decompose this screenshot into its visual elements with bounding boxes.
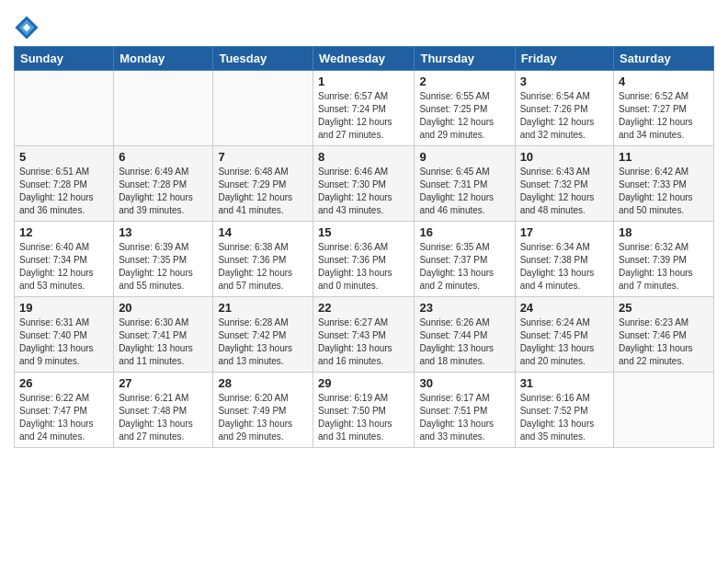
day-number: 5 [19,150,108,164]
day-info: Sunrise: 6:36 AM Sunset: 7:36 PM Dayligh… [318,241,409,293]
day-number: 19 [19,301,108,315]
calendar-week-row: 26Sunrise: 6:22 AM Sunset: 7:47 PM Dayli… [15,373,714,448]
day-info: Sunrise: 6:28 AM Sunset: 7:42 PM Dayligh… [218,316,308,368]
calendar-header-row: SundayMondayTuesdayWednesdayThursdayFrid… [15,47,714,71]
calendar-cell: 27Sunrise: 6:21 AM Sunset: 7:48 PM Dayli… [114,373,213,448]
calendar-cell [15,71,114,146]
day-number: 1 [318,75,409,88]
calendar-cell: 7Sunrise: 6:48 AM Sunset: 7:29 PM Daylig… [213,146,313,222]
day-number: 18 [619,225,709,239]
day-number: 31 [520,376,609,390]
calendar-cell: 14Sunrise: 6:38 AM Sunset: 7:36 PM Dayli… [213,222,313,297]
calendar-cell: 19Sunrise: 6:31 AM Sunset: 7:40 PM Dayli… [15,297,114,373]
calendar-week-row: 1Sunrise: 6:57 AM Sunset: 7:24 PM Daylig… [15,71,714,146]
page-header [14,9,714,40]
calendar-cell: 9Sunrise: 6:45 AM Sunset: 7:31 PM Daylig… [415,146,515,222]
calendar-cell: 4Sunrise: 6:52 AM Sunset: 7:27 PM Daylig… [614,71,714,146]
day-number: 7 [218,150,308,164]
day-info: Sunrise: 6:38 AM Sunset: 7:36 PM Dayligh… [218,241,308,293]
calendar-cell: 15Sunrise: 6:36 AM Sunset: 7:36 PM Dayli… [313,222,415,297]
calendar-cell: 3Sunrise: 6:54 AM Sunset: 7:26 PM Daylig… [515,71,613,146]
day-info: Sunrise: 6:48 AM Sunset: 7:29 PM Dayligh… [218,166,308,217]
day-info: Sunrise: 6:51 AM Sunset: 7:28 PM Dayligh… [19,166,108,217]
calendar-cell: 20Sunrise: 6:30 AM Sunset: 7:41 PM Dayli… [114,297,213,373]
day-info: Sunrise: 6:19 AM Sunset: 7:50 PM Dayligh… [318,392,409,443]
day-number: 24 [520,301,609,315]
calendar-cell: 18Sunrise: 6:32 AM Sunset: 7:39 PM Dayli… [614,222,714,297]
calendar-cell: 28Sunrise: 6:20 AM Sunset: 7:49 PM Dayli… [213,373,313,448]
day-number: 16 [419,225,509,239]
day-info: Sunrise: 6:21 AM Sunset: 7:48 PM Dayligh… [119,392,208,443]
day-info: Sunrise: 6:45 AM Sunset: 7:31 PM Dayligh… [419,166,509,217]
day-info: Sunrise: 6:55 AM Sunset: 7:25 PM Dayligh… [419,90,509,142]
day-of-week-header: Sunday [15,47,114,71]
day-number: 25 [619,301,709,315]
day-of-week-header: Wednesday [313,47,415,71]
day-info: Sunrise: 6:24 AM Sunset: 7:45 PM Dayligh… [520,316,609,368]
calendar-cell: 30Sunrise: 6:17 AM Sunset: 7:51 PM Dayli… [415,373,515,448]
calendar-cell: 11Sunrise: 6:42 AM Sunset: 7:33 PM Dayli… [614,146,714,222]
day-number: 30 [419,376,509,390]
calendar-week-row: 19Sunrise: 6:31 AM Sunset: 7:40 PM Dayli… [15,297,714,373]
calendar-cell: 21Sunrise: 6:28 AM Sunset: 7:42 PM Dayli… [213,297,313,373]
calendar-cell: 25Sunrise: 6:23 AM Sunset: 7:46 PM Dayli… [614,297,714,373]
day-of-week-header: Saturday [614,47,714,71]
calendar-cell: 17Sunrise: 6:34 AM Sunset: 7:38 PM Dayli… [515,222,613,297]
logo-icon [14,15,40,40]
calendar-cell: 26Sunrise: 6:22 AM Sunset: 7:47 PM Dayli… [15,373,114,448]
day-info: Sunrise: 6:40 AM Sunset: 7:34 PM Dayligh… [19,241,108,293]
day-info: Sunrise: 6:35 AM Sunset: 7:37 PM Dayligh… [419,241,509,293]
calendar-cell: 1Sunrise: 6:57 AM Sunset: 7:24 PM Daylig… [313,71,415,146]
day-number: 29 [318,376,409,390]
day-number: 27 [119,376,208,390]
calendar-cell: 12Sunrise: 6:40 AM Sunset: 7:34 PM Dayli… [15,222,114,297]
day-of-week-header: Tuesday [213,47,313,71]
day-number: 4 [619,75,709,88]
day-number: 17 [520,225,609,239]
day-of-week-header: Monday [114,47,213,71]
calendar-cell: 5Sunrise: 6:51 AM Sunset: 7:28 PM Daylig… [15,146,114,222]
calendar-cell: 2Sunrise: 6:55 AM Sunset: 7:25 PM Daylig… [415,71,515,146]
day-number: 12 [19,225,108,239]
day-of-week-header: Thursday [415,47,515,71]
calendar-cell [114,71,213,146]
day-info: Sunrise: 6:49 AM Sunset: 7:28 PM Dayligh… [119,166,208,217]
day-info: Sunrise: 6:16 AM Sunset: 7:52 PM Dayligh… [520,392,609,443]
calendar-cell [614,373,714,448]
calendar-table: SundayMondayTuesdayWednesdayThursdayFrid… [14,46,714,448]
day-number: 10 [520,150,609,164]
calendar-cell: 13Sunrise: 6:39 AM Sunset: 7:35 PM Dayli… [114,222,213,297]
day-info: Sunrise: 6:32 AM Sunset: 7:39 PM Dayligh… [619,241,709,293]
calendar-cell [213,71,313,146]
day-info: Sunrise: 6:26 AM Sunset: 7:44 PM Dayligh… [419,316,509,368]
day-info: Sunrise: 6:34 AM Sunset: 7:38 PM Dayligh… [520,241,609,293]
day-number: 11 [619,150,709,164]
day-info: Sunrise: 6:20 AM Sunset: 7:49 PM Dayligh… [218,392,308,443]
calendar-cell: 10Sunrise: 6:43 AM Sunset: 7:32 PM Dayli… [515,146,613,222]
day-number: 8 [318,150,409,164]
calendar-week-row: 12Sunrise: 6:40 AM Sunset: 7:34 PM Dayli… [15,222,714,297]
day-info: Sunrise: 6:52 AM Sunset: 7:27 PM Dayligh… [619,90,709,142]
day-info: Sunrise: 6:39 AM Sunset: 7:35 PM Dayligh… [119,241,208,293]
day-number: 6 [119,150,208,164]
calendar-cell: 22Sunrise: 6:27 AM Sunset: 7:43 PM Dayli… [313,297,415,373]
day-of-week-header: Friday [515,47,613,71]
day-number: 3 [520,75,609,88]
day-info: Sunrise: 6:27 AM Sunset: 7:43 PM Dayligh… [318,316,409,368]
day-number: 21 [218,301,308,315]
day-number: 26 [19,376,108,390]
calendar-week-row: 5Sunrise: 6:51 AM Sunset: 7:28 PM Daylig… [15,146,714,222]
day-info: Sunrise: 6:31 AM Sunset: 7:40 PM Dayligh… [19,316,108,368]
day-number: 22 [318,301,409,315]
day-info: Sunrise: 6:22 AM Sunset: 7:47 PM Dayligh… [19,392,108,443]
calendar-cell: 29Sunrise: 6:19 AM Sunset: 7:50 PM Dayli… [313,373,415,448]
logo [14,15,43,40]
calendar-cell: 6Sunrise: 6:49 AM Sunset: 7:28 PM Daylig… [114,146,213,222]
day-info: Sunrise: 6:42 AM Sunset: 7:33 PM Dayligh… [619,166,709,217]
day-number: 23 [419,301,509,315]
calendar-cell: 8Sunrise: 6:46 AM Sunset: 7:30 PM Daylig… [313,146,415,222]
calendar-cell: 23Sunrise: 6:26 AM Sunset: 7:44 PM Dayli… [415,297,515,373]
day-info: Sunrise: 6:43 AM Sunset: 7:32 PM Dayligh… [520,166,609,217]
day-number: 13 [119,225,208,239]
calendar-cell: 31Sunrise: 6:16 AM Sunset: 7:52 PM Dayli… [515,373,613,448]
